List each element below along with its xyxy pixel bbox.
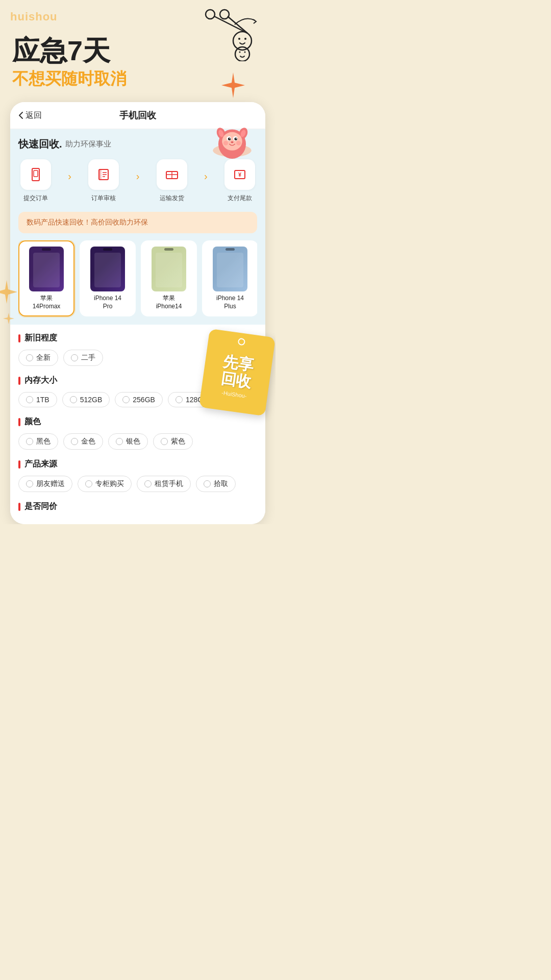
condition-new[interactable]: 全新 bbox=[18, 350, 58, 366]
color-title: 颜色 bbox=[18, 416, 257, 427]
back-label: 返回 bbox=[26, 110, 42, 121]
source-gift[interactable]: 朋友赠送 bbox=[18, 476, 72, 492]
watermark: huishou bbox=[10, 10, 58, 23]
step-icon-2 bbox=[88, 159, 119, 190]
svg-point-22 bbox=[236, 138, 237, 139]
content-area: 快速回收. 助力环保事业 提交订单 › bbox=[10, 129, 265, 325]
svg-point-6 bbox=[244, 38, 246, 40]
step-icon-4: ¥ bbox=[224, 159, 255, 190]
more-options-hint: 是否同价 bbox=[18, 501, 257, 516]
left-sparkle-small bbox=[3, 312, 15, 325]
step-label-2: 订单审核 bbox=[91, 194, 116, 203]
radio-circle bbox=[71, 438, 78, 445]
tag-decoration: 先享回收 -HuiShou- bbox=[199, 329, 276, 416]
color-gold[interactable]: 金色 bbox=[63, 433, 103, 450]
products-row[interactable]: 苹果14Promax iPhone 14Pro 苹果iPhone14 iPhon… bbox=[18, 240, 257, 325]
svg-point-20 bbox=[235, 138, 237, 140]
product-image-2 bbox=[152, 247, 186, 291]
step-icon-3 bbox=[157, 159, 187, 190]
svg-point-25 bbox=[236, 141, 241, 145]
mascot-decoration bbox=[209, 117, 255, 163]
red-bar bbox=[18, 460, 20, 469]
radio-circle bbox=[144, 480, 152, 487]
radio-circle bbox=[161, 438, 168, 445]
product-name-3: iPhone 14Plus bbox=[216, 295, 244, 310]
product-image-1 bbox=[90, 247, 125, 291]
page-wrapper: huishou 应急7天 不想买随时取消 bbox=[0, 0, 276, 524]
red-bar bbox=[18, 377, 20, 385]
source-store[interactable]: 专柜购买 bbox=[78, 476, 132, 492]
color-black[interactable]: 黑色 bbox=[18, 433, 58, 450]
section-title: 快速回收. bbox=[18, 137, 62, 151]
source-section: 产品来源 朋友赠送 专柜购买 租赁手机 bbox=[18, 459, 257, 492]
condition-used[interactable]: 二手 bbox=[63, 350, 103, 366]
color-silver[interactable]: 银色 bbox=[108, 433, 148, 450]
step-label-4: 支付尾款 bbox=[228, 194, 252, 203]
source-rental[interactable]: 租赁手机 bbox=[137, 476, 191, 492]
red-bar bbox=[18, 418, 20, 426]
step-pay: ¥ 支付尾款 bbox=[224, 159, 255, 203]
radio-circle bbox=[176, 396, 183, 403]
doodle-decoration bbox=[199, 5, 265, 61]
source-options: 朋友赠送 专柜购买 租赁手机 拾取 bbox=[18, 476, 257, 492]
red-bar bbox=[18, 503, 20, 511]
svg-point-8 bbox=[239, 52, 241, 53]
storage-512gb[interactable]: 512GB bbox=[62, 392, 110, 407]
source-found[interactable]: 拾取 bbox=[196, 476, 236, 492]
left-sparkle bbox=[0, 279, 19, 305]
product-name-0: 苹果14Promax bbox=[33, 295, 61, 310]
promo-banner: 数码产品快速回收！高价回收助力环保 bbox=[18, 212, 257, 233]
svg-point-19 bbox=[228, 138, 231, 140]
radio-circle bbox=[71, 354, 78, 361]
radio-circle bbox=[85, 480, 92, 487]
arrow-3: › bbox=[204, 170, 208, 182]
section-subtitle: 助力环保事业 bbox=[65, 139, 111, 149]
svg-point-23 bbox=[231, 141, 233, 143]
back-button[interactable]: 返回 bbox=[18, 110, 42, 121]
phone-frame: 返回 手机回收 bbox=[10, 102, 265, 524]
svg-point-9 bbox=[244, 52, 246, 53]
svg-point-1 bbox=[220, 10, 229, 19]
radio-circle bbox=[122, 396, 130, 403]
color-purple[interactable]: 紫色 bbox=[153, 433, 193, 450]
tag-main-text: 先享回收 bbox=[220, 353, 255, 390]
product-name-2: 苹果iPhone14 bbox=[156, 295, 182, 310]
step-ship: 运输发货 bbox=[157, 159, 187, 203]
red-bar bbox=[18, 334, 20, 342]
product-name-1: iPhone 14Pro bbox=[94, 295, 121, 310]
radio-circle bbox=[26, 396, 33, 403]
tag-sub-text: -HuiShou- bbox=[221, 389, 247, 399]
radio-circle bbox=[26, 480, 33, 487]
product-image-3 bbox=[213, 247, 247, 291]
banner-section: huishou 应急7天 不想买随时取消 bbox=[0, 0, 276, 102]
color-options: 黑色 金色 银色 紫色 bbox=[18, 433, 257, 450]
product-card-0[interactable]: 苹果14Promax bbox=[18, 240, 74, 316]
step-review: 订单审核 bbox=[88, 159, 119, 203]
arrow-1: › bbox=[68, 170, 71, 182]
nav-title: 手机回收 bbox=[119, 109, 156, 121]
product-card-3[interactable]: iPhone 14Plus bbox=[202, 240, 257, 316]
svg-point-0 bbox=[206, 10, 215, 19]
arrow-2: › bbox=[136, 170, 140, 182]
product-card-1[interactable]: iPhone 14Pro bbox=[80, 240, 136, 316]
steps-row: 提交订单 › 订单审核 › 运输发货 › bbox=[18, 159, 257, 203]
radio-circle bbox=[26, 354, 33, 361]
radio-circle bbox=[204, 480, 211, 487]
svg-text:¥: ¥ bbox=[238, 172, 242, 178]
color-section: 颜色 黑色 金色 银色 bbox=[18, 416, 257, 450]
radio-circle bbox=[70, 396, 77, 403]
storage-1tb[interactable]: 1TB bbox=[18, 392, 57, 407]
more-label: 是否同价 bbox=[24, 501, 57, 512]
radio-circle bbox=[26, 438, 33, 445]
svg-rect-27 bbox=[34, 170, 38, 177]
step-label-1: 提交订单 bbox=[23, 194, 48, 203]
step-icon-1 bbox=[20, 159, 51, 190]
step-submit: 提交订单 bbox=[20, 159, 51, 203]
svg-point-7 bbox=[235, 47, 249, 61]
radio-circle bbox=[116, 438, 123, 445]
sparkle-decoration bbox=[219, 71, 247, 100]
svg-point-21 bbox=[230, 138, 231, 139]
product-card-2[interactable]: 苹果iPhone14 bbox=[141, 240, 197, 316]
storage-256gb[interactable]: 256GB bbox=[115, 392, 163, 407]
tag-hole bbox=[238, 338, 246, 346]
